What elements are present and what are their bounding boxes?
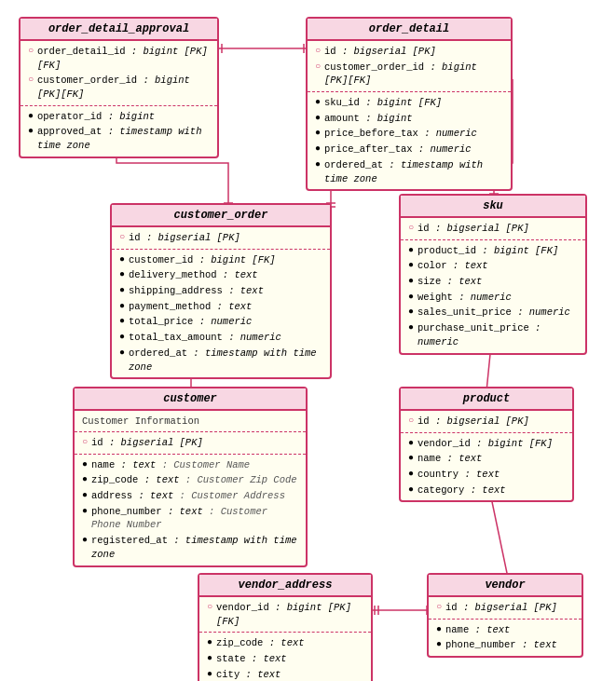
bullet-icon: ● [408, 468, 414, 481]
bullet-icon: ● [315, 127, 321, 140]
field-row: ● delivery_method : text [119, 267, 322, 283]
table-header-order-detail-approval: order_detail_approval [21, 19, 217, 41]
field-row: ● shipping_address : text [119, 283, 322, 299]
field-row: ● address : text : Customer Address [82, 488, 298, 504]
pk-icon: ○ [408, 222, 414, 235]
bullet-icon: ● [315, 112, 321, 125]
bullet-icon: ● [119, 300, 125, 313]
bullet-icon: ● [82, 505, 88, 518]
pk-row: ○ id : bigserial [PK] [82, 435, 298, 451]
bullet-icon: ● [315, 96, 321, 109]
bullet-icon: ● [82, 473, 88, 486]
bullet-icon: ● [119, 284, 125, 297]
bullet-icon: ● [119, 268, 125, 281]
table-order-detail-approval: order_detail_approval ○ order_detail_id … [19, 17, 219, 158]
pk-row: ○ id : bigserial [PK] [119, 230, 322, 246]
field-row: ● purchase_unit_price : numeric [408, 320, 578, 349]
pk-icon: ○ [28, 45, 34, 58]
bullet-icon: ● [28, 125, 34, 138]
field-row: ● sku_id : bigint [FK] [315, 95, 503, 111]
pk-icon: ○ [315, 45, 321, 58]
bullet-icon: ● [408, 259, 414, 272]
table-order-detail: order_detail ○ id : bigserial [PK] ○ cus… [306, 17, 513, 191]
pk-row: ○ order_detail_id : bigint [PK][FK] [28, 44, 210, 73]
table-header-vendor: vendor [429, 575, 582, 597]
bullet-icon: ● [207, 652, 212, 665]
table-product: product ○ id : bigserial [PK] ● vendor_i… [399, 387, 574, 502]
pk-icon: ○ [436, 601, 442, 614]
table-body-sku: ● product_id : bigint [FK] ● color : tex… [401, 240, 585, 353]
bullet-icon: ● [315, 158, 321, 171]
field-row: ● vendor_id : bigint [FK] [408, 436, 565, 452]
field-row: ● registered_at : timestamp with time zo… [82, 533, 298, 562]
field-row: ● ordered_at : timestamp with time zone [119, 346, 322, 375]
bullet-icon: ● [408, 437, 414, 450]
section-label: Customer Information [82, 414, 298, 429]
table-pk-section-order-detail: ○ id : bigserial [PK] ○ customer_order_i… [308, 41, 511, 92]
table-pk-section-vendor-address: ○ vendor_id : bigint [PK][FK] [199, 597, 371, 633]
pk-icon: ○ [82, 436, 88, 449]
table-pk-section-sku: ○ id : bigserial [PK] [401, 218, 585, 240]
field-row: ● country : text [408, 467, 565, 483]
table-header-vendor-address: vendor_address [199, 575, 371, 597]
pk-icon: ○ [408, 415, 414, 428]
pk-row: ○ customer_order_id : bigint [PK][FK] [28, 73, 210, 102]
field-row: ● price_after_tax : numeric [315, 142, 503, 157]
pk-row: ○ id : bigserial [PK] [408, 221, 578, 237]
table-pk-section-customer-order: ○ id : bigserial [PK] [112, 227, 330, 250]
field-row: ● total_price : numeric [119, 314, 322, 330]
bullet-icon: ● [28, 110, 34, 123]
bullet-icon: ● [119, 315, 125, 328]
table-header-customer-order: customer_order [112, 205, 330, 227]
table-customer: customer Customer Information ○ id : big… [73, 387, 308, 567]
field-row: ● approved_at : timestamp with time zone [28, 124, 210, 153]
field-row: ● ordered_at : timestamp with time zone [315, 157, 503, 186]
pk-row: ○ id : bigserial [PK] [408, 414, 565, 429]
field-row: ● product_id : bigint [FK] [408, 243, 578, 259]
field-row: ● price_before_tax : numeric [315, 126, 503, 142]
er-diagram: order_detail_approval ○ order_detail_id … [0, 0, 616, 681]
pk-icon: ○ [315, 61, 321, 74]
table-body-order-detail: ● sku_id : bigint [FK] ● amount : bigint… [308, 92, 511, 189]
field-row: ● state : text [207, 651, 363, 667]
table-header-sku: sku [401, 196, 585, 218]
bullet-icon: ● [408, 306, 414, 319]
bullet-icon: ● [82, 458, 88, 471]
bullet-icon: ● [408, 484, 414, 497]
bullet-icon: ● [436, 623, 442, 636]
table-pk-section-product: ○ id : bigserial [PK] [401, 411, 572, 433]
table-sku: sku ○ id : bigserial [PK] ● product_id :… [399, 194, 587, 355]
bullet-icon: ● [408, 452, 414, 465]
bullet-icon: ● [119, 331, 125, 344]
table-pk-section-vendor: ○ id : bigserial [PK] [429, 597, 582, 620]
field-row: ● name : text [436, 622, 574, 638]
table-header-order-detail: order_detail [308, 19, 511, 41]
table-header-product: product [401, 388, 572, 411]
bullet-icon: ● [82, 489, 88, 502]
pk-icon: ○ [207, 601, 212, 614]
field-row: ● payment_method : text [119, 299, 322, 315]
table-pk-section-order-detail-approval: ○ order_detail_id : bigint [PK][FK] ○ cu… [21, 41, 217, 106]
field-row: ● name : text [408, 451, 565, 467]
table-body-order-detail-approval: ● operator_id : bigint ● approved_at : t… [21, 106, 217, 157]
bullet-icon: ● [408, 321, 414, 334]
field-row: ● sales_unit_price : numeric [408, 305, 578, 320]
field-row: ● size : text [408, 274, 578, 290]
table-body-vendor-address: ● zip_code : text ● state : text ● city … [199, 633, 371, 681]
pk-row: ○ id : bigserial [PK] [436, 600, 574, 616]
field-row: ● amount : bigint [315, 111, 503, 127]
pk-row: ○ vendor_id : bigint [PK][FK] [207, 600, 363, 629]
bullet-icon: ● [315, 143, 321, 156]
pk-icon: ○ [28, 74, 34, 87]
bullet-icon: ● [408, 275, 414, 288]
table-customer-order: customer_order ○ id : bigserial [PK] ● c… [110, 203, 332, 379]
bullet-icon: ● [408, 244, 414, 257]
pk-row: ○ id : bigserial [PK] [315, 44, 503, 60]
table-vendor: vendor ○ id : bigserial [PK] ● name : te… [427, 573, 583, 658]
table-body-customer: ● name : text : Customer Name ● zip_code… [75, 455, 306, 565]
bullet-icon: ● [408, 291, 414, 304]
pk-icon: ○ [119, 231, 125, 244]
field-row: ● customer_id : bigint [FK] [119, 252, 322, 268]
table-body-product: ● vendor_id : bigint [FK] ● name : text … [401, 433, 572, 501]
table-body-customer-order: ● customer_id : bigint [FK] ● delivery_m… [112, 250, 330, 378]
